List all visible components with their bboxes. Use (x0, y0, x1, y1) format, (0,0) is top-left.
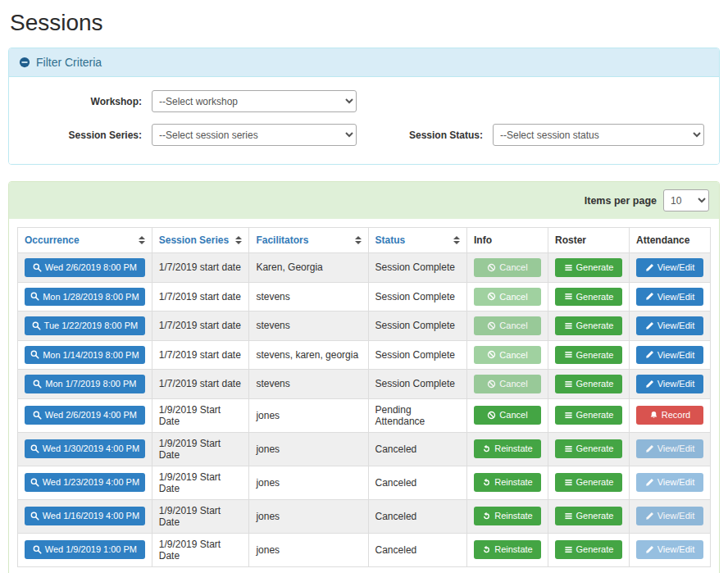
column-label: Facilitators (256, 234, 308, 246)
generate-button[interactable]: Generate (555, 406, 622, 425)
bars-icon (564, 512, 573, 521)
cancel-button[interactable]: Cancel (474, 258, 541, 277)
bars-icon (564, 292, 573, 301)
column-label: Occurrence (25, 234, 80, 246)
button-label: View/Edit (657, 377, 695, 391)
session-status-select[interactable]: --Select session status (493, 124, 704, 146)
occurrence-button[interactable]: Wed 1/23/2019 4:00 PM (25, 473, 145, 492)
items-per-page-bar: Items per page 10 (9, 182, 719, 219)
roster-cell: Generate (548, 370, 629, 399)
generate-button[interactable]: Generate (555, 288, 622, 307)
occurrence-button[interactable]: Wed 1/30/2019 4:00 PM (25, 439, 145, 458)
filter-criteria-header[interactable]: Filter Criteria (9, 48, 719, 77)
generate-button[interactable]: Generate (555, 439, 622, 458)
reinstate-button[interactable]: Reinstate (474, 540, 541, 559)
column-header-series[interactable]: Session Series (152, 228, 249, 253)
attendance-cell: View/Edit (629, 432, 710, 466)
cancel-button[interactable]: Cancel (474, 288, 541, 307)
view-edit-button[interactable]: View/Edit (636, 288, 703, 307)
cancel-button[interactable]: Cancel (474, 316, 541, 335)
table-row: Wed 1/9/2019 1:00 PM1/9/2019 Start Datej… (18, 533, 711, 566)
button-label: Cancel (499, 408, 527, 422)
generate-button[interactable]: Generate (555, 316, 622, 335)
occurrence-cell: Wed 1/30/2019 4:00 PM (18, 432, 152, 466)
reinstate-button[interactable]: Reinstate (474, 439, 541, 458)
items-per-page-select[interactable]: 10 (663, 189, 709, 211)
status-cell: Session Complete (368, 253, 466, 283)
sessions-table-panel: Items per page 10 OccurrenceSession Seri… (8, 181, 720, 573)
column-header-status[interactable]: Status (368, 228, 466, 253)
attendance-cell: View/Edit (629, 499, 710, 533)
occurrence-button[interactable]: Wed 1/9/2019 1:00 PM (25, 540, 145, 559)
button-label: Mon 1/7/2019 8:00 PM (45, 377, 136, 391)
occurrence-button[interactable]: Mon 1/14/2019 8:00 PM (25, 346, 145, 365)
sort-icon[interactable] (355, 236, 362, 244)
view-edit-button[interactable]: View/Edit (636, 375, 703, 393)
info-cell: Cancel (466, 370, 548, 399)
facilitators-cell: Karen, Georgia (249, 253, 368, 283)
button-label: Generate (576, 261, 614, 275)
column-header-facilitators[interactable]: Facilitators (249, 228, 368, 253)
button-label: Wed 2/6/2019 8:00 PM (45, 261, 137, 275)
cancel-button[interactable]: Cancel (474, 375, 541, 393)
cancel-button[interactable]: Cancel (474, 406, 541, 425)
button-label: Reinstate (494, 509, 532, 523)
search-icon (30, 350, 39, 359)
generate-button[interactable]: Generate (555, 473, 622, 492)
occurrence-button[interactable]: Wed 2/6/2019 8:00 PM (25, 258, 145, 277)
roster-cell: Generate (548, 398, 629, 432)
session-series-cell: 1/9/2019 Start Date (152, 398, 249, 432)
session-series-cell: 1/7/2019 start date (152, 370, 249, 399)
sort-icon[interactable] (453, 236, 460, 244)
sessions-table-body: Wed 2/6/2019 8:00 PM1/7/2019 start dateK… (18, 253, 711, 567)
button-label: View/Edit (657, 319, 695, 333)
occurrence-button[interactable]: Wed 2/6/2019 4:00 PM (25, 406, 145, 425)
cancel-button[interactable]: Cancel (474, 346, 541, 365)
attendance-cell: Record (629, 398, 710, 432)
generate-button[interactable]: Generate (555, 346, 622, 365)
workshop-select[interactable]: --Select workshop (152, 90, 357, 112)
column-header-occurrence[interactable]: Occurrence (18, 228, 152, 253)
generate-button[interactable]: Generate (555, 540, 622, 559)
occurrence-cell: Wed 2/6/2019 4:00 PM (18, 398, 152, 432)
view-edit-button[interactable]: View/Edit (636, 258, 703, 277)
search-icon (33, 263, 42, 272)
generate-button[interactable]: Generate (555, 507, 622, 525)
roster-cell: Generate (548, 312, 629, 341)
occurrence-button[interactable]: Mon 1/7/2019 8:00 PM (25, 375, 145, 393)
button-label: Generate (576, 290, 614, 304)
reinstate-button[interactable]: Reinstate (474, 507, 541, 525)
view-edit-button[interactable]: View/Edit (636, 540, 703, 559)
pencil-icon (645, 292, 654, 301)
attendance-cell: View/Edit (629, 282, 710, 312)
table-row: Wed 2/6/2019 4:00 PM1/9/2019 Start Datej… (18, 398, 711, 432)
attendance-cell: View/Edit (629, 312, 710, 341)
items-per-page-label: Items per page (585, 195, 657, 207)
generate-button[interactable]: Generate (555, 375, 622, 393)
occurrence-button[interactable]: Tue 1/22/2019 8:00 PM (25, 316, 145, 335)
view-edit-button[interactable]: View/Edit (636, 507, 703, 525)
record-button[interactable]: Record (636, 406, 703, 425)
sort-icon[interactable] (139, 236, 145, 244)
occurrence-button[interactable]: Wed 1/16/2019 4:00 PM (25, 507, 145, 525)
status-cell: Pending Attendance (368, 398, 466, 432)
view-edit-button[interactable]: View/Edit (636, 473, 703, 492)
minus-circle-icon[interactable] (19, 57, 30, 68)
roster-cell: Generate (548, 282, 629, 312)
attendance-cell: View/Edit (629, 466, 710, 499)
reinstate-button[interactable]: Reinstate (474, 473, 541, 492)
ban-icon (487, 411, 496, 420)
bars-icon (564, 444, 573, 453)
button-label: Generate (576, 475, 614, 489)
status-cell: Canceled (368, 533, 466, 566)
bars-icon (564, 263, 573, 272)
view-edit-button[interactable]: View/Edit (636, 439, 703, 458)
occurrence-button[interactable]: Mon 1/28/2019 8:00 PM (25, 288, 145, 307)
sort-icon[interactable] (235, 236, 242, 244)
generate-button[interactable]: Generate (555, 258, 622, 277)
view-edit-button[interactable]: View/Edit (636, 346, 703, 365)
view-edit-button[interactable]: View/Edit (636, 316, 703, 335)
ban-icon (487, 292, 496, 301)
session-series-select[interactable]: --Select session series (152, 124, 357, 146)
column-header-attendance: Attendance (629, 228, 710, 253)
